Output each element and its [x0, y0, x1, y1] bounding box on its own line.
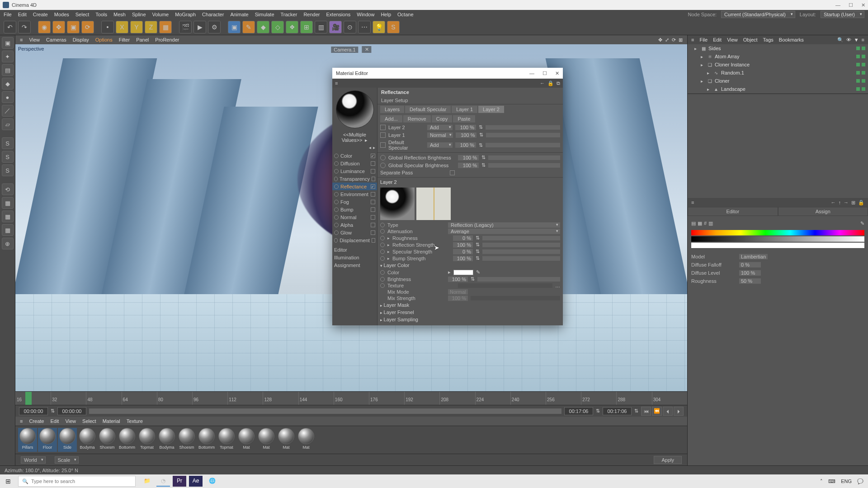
light-button[interactable]: ⊙: [344, 21, 356, 33]
layer-opacity-slider[interactable]: [486, 125, 560, 130]
coord-world-dropdown[interactable]: World: [21, 456, 46, 464]
camera-button[interactable]: 🎥: [329, 21, 342, 33]
object-row[interactable]: ▸⚛Atom Array: [688, 52, 868, 61]
mode-icon[interactable]: ⊞: [851, 200, 855, 206]
axis-y-button[interactable]: Y: [130, 21, 143, 33]
attr-tab-editor[interactable]: Editor: [688, 207, 778, 216]
spinner-icon[interactable]: ⇅: [476, 255, 480, 261]
window-maximize[interactable]: ☐: [849, 2, 853, 8]
material-thumb[interactable]: Bottomm: [197, 428, 216, 452]
menu-volume[interactable]: Volume: [152, 12, 169, 17]
material-editor-titlebar[interactable]: Material Editor — ☐ ✕: [332, 68, 563, 79]
poly-mode[interactable]: ▱: [2, 118, 14, 130]
taskbar-app-c4d[interactable]: ◔: [156, 476, 170, 487]
spinner-icon[interactable]: ⇅: [481, 162, 486, 168]
me-back-icon[interactable]: ←: [540, 80, 545, 86]
material-thumb[interactable]: Shoesm: [98, 428, 117, 452]
tag-button[interactable]: ⋯: [358, 21, 371, 33]
channel-anim-dot[interactable]: [334, 192, 339, 197]
menu-tracker[interactable]: Tracker: [281, 12, 297, 17]
timeline-ruler[interactable]: 1632486480961121281441601761922082242402…: [15, 391, 687, 405]
object-tree[interactable]: ▸▦Sides▸⚛Atom Array▸❑Cloner Instance▸∿Ra…: [688, 44, 868, 94]
expand-icon[interactable]: ▸: [387, 256, 390, 261]
visibility-dot[interactable]: [856, 47, 860, 50]
layer-blendmode-dropdown[interactable]: Normal: [427, 132, 453, 138]
grid-1[interactable]: ▦: [2, 197, 14, 209]
me-lock-icon[interactable]: 🔒: [547, 80, 554, 86]
tray-lang[interactable]: ENG: [841, 479, 852, 484]
layer-opacity-slider[interactable]: [486, 143, 560, 147]
snap-toggle[interactable]: S: [2, 137, 14, 149]
visibility-dot[interactable]: [862, 79, 865, 83]
recent-tool[interactable]: •: [101, 21, 114, 33]
spinner-icon[interactable]: ⇅: [476, 249, 480, 254]
channel-fog[interactable]: Fog: [332, 198, 377, 206]
channel-color[interactable]: Color: [332, 152, 377, 160]
octane-button[interactable]: S: [387, 21, 400, 33]
taskbar-app-aftereffects[interactable]: Ae: [189, 476, 203, 487]
material-thumb[interactable]: Bottomm: [118, 428, 137, 452]
nav-right-icon[interactable]: ▸: [373, 145, 375, 150]
object-row[interactable]: ▸❑Cloner Instance: [688, 61, 868, 69]
spinner-icon[interactable]: ⇅: [51, 408, 55, 414]
vp-prorender[interactable]: ProRender: [155, 37, 179, 42]
time-position[interactable]: 00:00:00: [57, 407, 86, 415]
layer-thumb-sphere[interactable]: [380, 188, 415, 220]
param-anim-dot[interactable]: [380, 236, 385, 240]
channel-displacement[interactable]: Displacement: [332, 236, 377, 244]
layer-blendmode-dropdown[interactable]: Add: [427, 142, 453, 148]
edge-mode[interactable]: ／: [2, 105, 14, 117]
channel-normal[interactable]: Normal: [332, 213, 377, 221]
lock-icon[interactable]: 🔒: [858, 200, 864, 206]
layer-mask-fold[interactable]: Layer Mask: [377, 301, 563, 309]
undock-icon[interactable]: ≡: [691, 37, 694, 42]
channel-checkbox[interactable]: [371, 230, 375, 235]
channel-environment[interactable]: Environment: [332, 190, 377, 198]
vp-nav-4[interactable]: ⊞: [679, 37, 683, 43]
param-slider[interactable]: [488, 163, 560, 168]
me-close[interactable]: ✕: [555, 70, 559, 76]
coord-apply-button[interactable]: Apply: [654, 456, 682, 464]
expand-icon[interactable]: ▸: [387, 249, 390, 254]
separate-pass-checkbox[interactable]: [450, 170, 455, 175]
object-row[interactable]: ▸▦Sides: [688, 44, 868, 52]
eye-icon[interactable]: 👁: [846, 37, 851, 43]
workplane-mode[interactable]: ▤: [2, 64, 14, 76]
view-mode-icon[interactable]: ▥: [708, 221, 713, 226]
material-thumb[interactable]: Mat: [277, 428, 296, 452]
nav-back-icon[interactable]: ←: [831, 200, 836, 206]
visibility-dot[interactable]: [856, 63, 860, 66]
menu-character[interactable]: Character: [202, 12, 224, 17]
taskbar-app-chrome[interactable]: 🌐: [205, 476, 219, 487]
window-close[interactable]: ✕: [861, 2, 865, 8]
texture-more-icon[interactable]: …: [555, 283, 560, 288]
param-slider[interactable]: [488, 155, 560, 160]
play-back-button[interactable]: ⏴: [663, 407, 673, 416]
channel-anim-dot[interactable]: [334, 215, 339, 220]
scale-tool[interactable]: ▣: [67, 21, 80, 33]
tray-input-icon[interactable]: ⌨: [828, 479, 835, 484]
visibility-dot[interactable]: [862, 71, 865, 75]
taskbar-app-premiere[interactable]: Pr: [173, 476, 186, 487]
spline-button[interactable]: ✎: [242, 21, 255, 33]
layer-opacity-slider[interactable]: [486, 133, 560, 137]
window-minimize[interactable]: —: [835, 2, 840, 8]
param-anim-dot[interactable]: [380, 249, 385, 254]
menu-file[interactable]: File: [4, 12, 12, 17]
channel-diffusion[interactable]: Diffusion: [332, 160, 377, 167]
vp-panel[interactable]: Panel: [136, 37, 149, 42]
expand-icon[interactable]: ▸: [387, 236, 390, 240]
vp-nav-3[interactable]: ⟳: [672, 37, 676, 43]
channel-reflectance[interactable]: Reflectance: [332, 183, 377, 190]
attr-value[interactable]: 50 %: [739, 278, 761, 284]
undo-button[interactable]: ↶: [4, 21, 16, 33]
material-thumb[interactable]: Bodyma: [78, 428, 97, 452]
menu-help[interactable]: Help: [381, 12, 391, 17]
channel-glow[interactable]: Glow: [332, 229, 377, 236]
material-thumb[interactable]: Mat: [297, 428, 316, 452]
material-thumb[interactable]: Shoesm: [177, 428, 196, 452]
brightness-value[interactable]: 100 %: [448, 277, 468, 282]
render-settings-button[interactable]: ⚙: [208, 21, 221, 33]
expand-icon[interactable]: ▸: [705, 70, 711, 76]
channel-checkbox[interactable]: [371, 200, 375, 204]
